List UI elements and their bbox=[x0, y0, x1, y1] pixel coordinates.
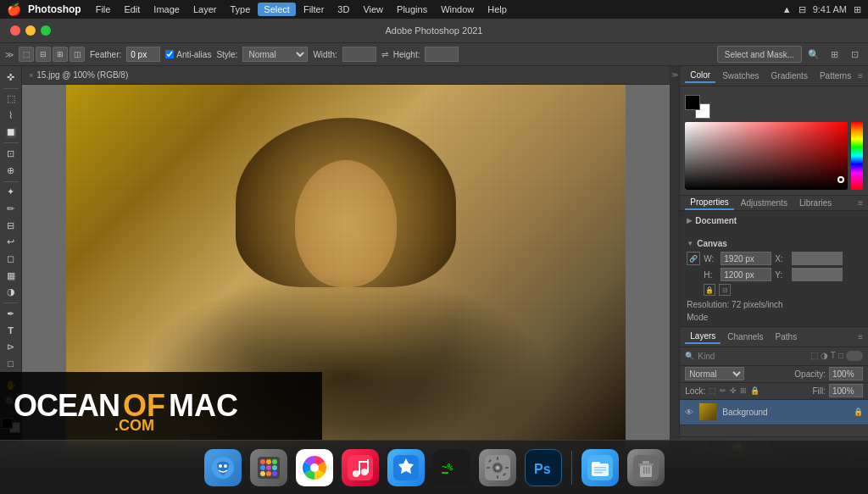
tool-icon-1[interactable]: ⬚ bbox=[19, 47, 34, 62]
dock-item-terminal[interactable]: ~% bbox=[431, 447, 473, 489]
filter-toggle[interactable] bbox=[846, 351, 863, 361]
dock-item-appstore[interactable] bbox=[385, 447, 427, 489]
dock-item-photos[interactable] bbox=[293, 447, 336, 489]
tab-color[interactable]: Color bbox=[685, 69, 715, 83]
tool-brush[interactable]: ✏ bbox=[2, 201, 20, 217]
tab-swatches[interactable]: Swatches bbox=[717, 69, 764, 82]
filter-shape-icon[interactable]: □ bbox=[838, 351, 843, 361]
menu-layer[interactable]: Layer bbox=[187, 3, 223, 16]
tab-layers[interactable]: Layers bbox=[685, 330, 721, 344]
opacity-input[interactable] bbox=[829, 367, 863, 380]
tab-patterns[interactable]: Patterns bbox=[815, 69, 856, 82]
width-prop-input[interactable] bbox=[721, 252, 771, 265]
constrain-icon[interactable]: 🔒 bbox=[704, 284, 715, 296]
tab-adjustments[interactable]: Adjustments bbox=[736, 197, 793, 209]
tool-move[interactable]: ✜ bbox=[2, 69, 20, 86]
tool-healing[interactable]: ✦ bbox=[2, 184, 20, 200]
layers-panel-options[interactable]: ≡ bbox=[858, 332, 863, 341]
fill-input[interactable] bbox=[829, 384, 863, 397]
filter-adjust-icon[interactable]: ◑ bbox=[821, 351, 828, 361]
tool-rectangular-marquee[interactable]: ⬚ bbox=[2, 92, 20, 108]
tab-close-button[interactable]: × bbox=[29, 71, 33, 80]
select-mask-button[interactable]: Select and Mask... bbox=[717, 46, 802, 63]
tool-eyedropper[interactable]: ⊕ bbox=[2, 163, 20, 179]
dock-item-trash[interactable] bbox=[625, 447, 667, 489]
search-icon[interactable]: 🔍 bbox=[805, 46, 822, 63]
properties-panel-options[interactable]: ≡ bbox=[858, 198, 863, 208]
tool-blur[interactable]: ◑ bbox=[2, 284, 20, 300]
menu-select[interactable]: Select bbox=[258, 3, 296, 16]
tab-paths[interactable]: Paths bbox=[771, 330, 803, 343]
maximize-button[interactable] bbox=[41, 25, 51, 36]
control-center-icon[interactable]: ⊞ bbox=[854, 4, 861, 15]
tool-stamp[interactable]: ⊟ bbox=[2, 218, 20, 234]
lock-brush-icon[interactable]: ✏ bbox=[720, 386, 726, 395]
minimize-button[interactable] bbox=[25, 25, 36, 36]
blend-mode-select[interactable]: Normal Multiply Screen bbox=[685, 367, 744, 380]
menu-type[interactable]: Type bbox=[224, 3, 256, 16]
panel-toggle[interactable]: ≫ bbox=[5, 50, 14, 59]
menu-edit[interactable]: Edit bbox=[118, 3, 146, 16]
lock-transparent-icon[interactable]: ⬚ bbox=[709, 386, 716, 395]
menu-3d[interactable]: 3D bbox=[331, 3, 355, 16]
lock-all-icon[interactable]: 🔒 bbox=[750, 386, 760, 395]
menu-image[interactable]: Image bbox=[147, 3, 186, 16]
tab-properties[interactable]: Properties bbox=[685, 196, 734, 210]
panel-collapse-btn[interactable]: ≫ bbox=[670, 66, 680, 457]
dock-item-launchpad[interactable] bbox=[248, 447, 290, 489]
fg-color-swatch[interactable] bbox=[685, 95, 700, 110]
dock-item-finder[interactable] bbox=[202, 447, 244, 489]
tool-crop[interactable]: ⊡ bbox=[2, 146, 20, 162]
tool-icon-2[interactable]: ⊟ bbox=[36, 47, 51, 62]
menu-view[interactable]: View bbox=[357, 3, 389, 16]
tool-gradient[interactable]: ▦ bbox=[2, 268, 20, 284]
dock-item-photoshop[interactable]: Ps bbox=[522, 447, 565, 489]
height-prop-input[interactable] bbox=[721, 268, 771, 281]
tool-pen[interactable]: ✒ bbox=[2, 306, 20, 322]
y-prop-input[interactable] bbox=[792, 268, 843, 281]
tool-history-brush[interactable]: ↩ bbox=[2, 234, 20, 250]
link-icon[interactable]: 🔗 bbox=[687, 252, 700, 265]
tool-icon-3[interactable]: ⊞ bbox=[53, 47, 68, 62]
hue-strip[interactable] bbox=[851, 122, 863, 190]
panel-arrange-icon[interactable]: ⊞ bbox=[826, 46, 843, 63]
tab-libraries[interactable]: Libraries bbox=[794, 197, 837, 209]
filter-pixel-icon[interactable]: ⬚ bbox=[810, 351, 818, 361]
tool-eraser[interactable]: ◻ bbox=[2, 251, 20, 267]
anti-alias-checkbox[interactable]: Anti-alias bbox=[165, 50, 211, 59]
menu-plugins[interactable]: Plugins bbox=[391, 3, 433, 16]
fg-bg-display[interactable] bbox=[685, 95, 710, 119]
tool-path-select[interactable]: ⊳ bbox=[2, 339, 20, 355]
layer-item-background[interactable]: 👁 Background 🔒 bbox=[680, 400, 868, 425]
dock-item-system-prefs[interactable] bbox=[476, 447, 519, 489]
lock-move-icon[interactable]: ✜ bbox=[730, 386, 737, 395]
tab-channels[interactable]: Channels bbox=[722, 330, 768, 343]
width-input[interactable] bbox=[342, 47, 376, 62]
filter-type-icon[interactable]: T bbox=[831, 351, 836, 361]
swap-icon[interactable]: ⇌ bbox=[381, 50, 388, 59]
menu-filter[interactable]: Filter bbox=[298, 3, 330, 16]
color-panel-options[interactable]: ≡ bbox=[858, 71, 863, 80]
tool-shape[interactable]: □ bbox=[2, 356, 20, 372]
auto-icon[interactable]: ⊟ bbox=[719, 284, 731, 296]
tool-text[interactable]: T bbox=[2, 323, 20, 339]
menu-help[interactable]: Help bbox=[481, 3, 513, 16]
close-button[interactable] bbox=[10, 25, 20, 36]
menu-file[interactable]: File bbox=[90, 3, 117, 16]
dock-item-music[interactable] bbox=[339, 447, 381, 489]
lock-artboard-icon[interactable]: ⊞ bbox=[740, 386, 747, 395]
color-gradient-picker[interactable] bbox=[685, 122, 848, 190]
tool-lasso[interactable]: ⌇ bbox=[2, 108, 20, 124]
menu-window[interactable]: Window bbox=[435, 3, 480, 16]
x-prop-input[interactable] bbox=[792, 252, 843, 265]
dock-item-files[interactable] bbox=[579, 447, 621, 489]
apple-menu[interactable]: 🍎 bbox=[7, 3, 21, 16]
share-icon[interactable]: ⊡ bbox=[846, 46, 863, 63]
anti-alias-check[interactable] bbox=[165, 50, 174, 58]
feather-input[interactable] bbox=[126, 47, 160, 62]
tab-gradients[interactable]: Gradients bbox=[766, 69, 813, 82]
style-select[interactable]: Normal Fixed Ratio Fixed Size bbox=[242, 47, 308, 62]
layer-visibility-icon[interactable]: 👁 bbox=[685, 408, 693, 417]
tool-icon-4[interactable]: ◫ bbox=[70, 47, 85, 62]
tool-magic-wand[interactable]: 🔲 bbox=[2, 125, 20, 141]
